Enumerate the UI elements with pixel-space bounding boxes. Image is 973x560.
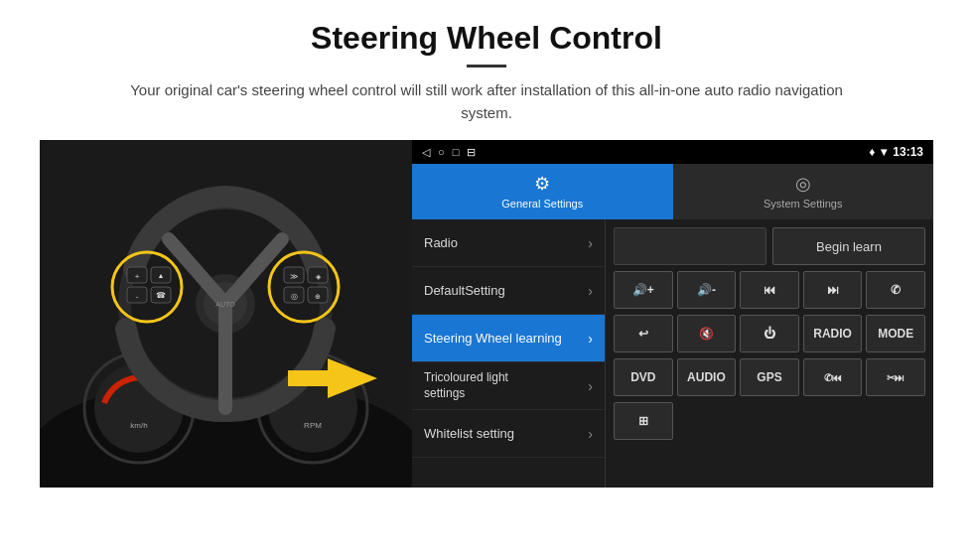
chevron-icon: › [588,283,593,299]
control-row-2: 🔊+ 🔊- ⏮ ⏭ ✆ [614,271,925,309]
menu-item-whitelist[interactable]: Whitelist setting › [412,410,605,458]
power-icon: ⏻ [764,327,775,341]
gps-button[interactable]: GPS [740,358,799,396]
control-row-4: DVD AUDIO GPS ✆⏮ ✂⏭ [614,358,925,396]
tab-system[interactable]: ◎ System Settings [673,164,934,219]
svg-rect-35 [288,370,330,386]
radio-label: RADIO [813,327,852,341]
mute-icon: 🔇 [699,327,714,341]
system-settings-icon: ◎ [795,173,811,195]
chevron-icon: › [588,235,593,251]
menu-item-steering[interactable]: Steering Wheel learning › [412,315,605,362]
mode-button[interactable]: MODE [866,315,925,352]
mode-label: MODE [878,327,913,341]
dvd-button[interactable]: DVD [614,358,673,396]
svg-text:≫: ≫ [290,272,298,281]
page-container: Steering Wheel Control Your original car… [0,0,973,497]
menu-item-tricoloured[interactable]: Tricoloured light settings › [412,362,605,410]
menu-item-radio[interactable]: Radio › [412,219,605,267]
status-bar-right: ♦ ▾ 13:13 [869,145,923,159]
vol-up-button[interactable]: 🔊+ [614,271,673,309]
next-track-icon: ⏭ [827,283,839,297]
phone-button[interactable]: ✆ [866,271,925,309]
clock: 13:13 [893,145,923,159]
power-button[interactable]: ⏻ [740,315,799,352]
list-icon: ⊞ [638,414,648,428]
phone-prev-button[interactable]: ✆⏮ [803,358,863,396]
skip-next-button[interactable]: ✂⏭ [866,358,925,396]
menu-item-default[interactable]: DefaultSetting › [412,267,605,315]
prev-track-button[interactable]: ⏮ [740,271,799,309]
left-menu: Radio › DefaultSetting › Steering Wheel … [412,219,606,488]
svg-text:km/h: km/h [130,421,147,430]
vol-down-button[interactable]: 🔊- [677,271,737,309]
steering-wheel-image: km/h RPM [40,140,412,488]
signal-icon: ▾ [881,145,887,159]
menu-icon: ⊟ [467,146,476,159]
control-row-3: ↩ 🔇 ⏻ RADIO MODE [614,315,925,352]
vol-up-icon: 🔊+ [632,283,654,297]
menu-tricoloured-label2: settings [424,386,508,402]
tab-general-label: General Settings [501,198,583,210]
prev-track-icon: ⏮ [764,283,775,297]
dvd-label: DVD [630,370,655,384]
menu-steering-label: Steering Wheel learning [424,331,562,346]
title-section: Steering Wheel Control Your original car… [40,20,933,124]
empty-input-box[interactable] [614,227,766,265]
svg-text:▲: ▲ [158,272,165,279]
android-screen: ◁ ○ □ ⊟ ♦ ▾ 13:13 ⚙ General Settings [412,140,933,488]
general-settings-icon: ⚙ [534,173,550,195]
phone-icon: ✆ [891,283,901,297]
main-content: Radio › DefaultSetting › Steering Wheel … [412,219,933,488]
status-bar: ◁ ○ □ ⊟ ♦ ▾ 13:13 [412,140,933,164]
right-panel: Begin learn 🔊+ 🔊- ⏮ [606,219,933,488]
status-bar-left: ◁ ○ □ ⊟ [422,146,476,159]
menu-radio-label: Radio [424,235,458,250]
tab-general[interactable]: ⚙ General Settings [412,164,673,219]
next-track-button[interactable]: ⏭ [803,271,863,309]
chevron-icon: › [588,378,593,394]
menu-default-label: DefaultSetting [424,283,505,298]
begin-learn-button[interactable]: Begin learn [772,227,925,265]
svg-text:-: - [136,292,139,301]
svg-text:RPM: RPM [304,421,322,430]
tab-system-label: System Settings [764,198,842,210]
skip-next-icon: ✂⏭ [887,372,904,383]
back-call-button[interactable]: ↩ [614,315,673,352]
svg-text:+: + [135,272,140,281]
svg-text:⊕: ⊕ [315,293,321,300]
radio-button[interactable]: RADIO [803,315,863,352]
svg-text:AUTO: AUTO [215,301,235,308]
title-divider [467,65,506,68]
menu-tricoloured-label: Tricoloured light [424,370,508,386]
svg-text:☎: ☎ [156,291,166,300]
home-icon: ○ [438,146,445,158]
svg-text:◎: ◎ [291,292,298,301]
chevron-icon: › [588,331,593,347]
mute-button[interactable]: 🔇 [677,315,737,352]
page-title: Steering Wheel Control [40,20,933,57]
audio-label: AUDIO [687,370,726,384]
audio-button[interactable]: AUDIO [677,358,737,396]
content-row: km/h RPM [40,140,933,488]
panel-row-1: Begin learn [614,227,925,265]
phone-prev-icon: ✆⏮ [824,372,842,383]
location-icon: ♦ [869,145,875,159]
vol-down-icon: 🔊- [697,283,716,297]
chevron-icon: › [588,426,593,442]
list-button[interactable]: ⊞ [614,402,673,440]
gps-label: GPS [757,370,781,384]
recents-icon: □ [453,146,460,158]
control-row-5: ⊞ [614,402,925,440]
back-icon: ◁ [422,146,430,159]
menu-whitelist-label: Whitelist setting [424,426,514,441]
subtitle: Your original car's steering wheel contr… [129,79,844,124]
tab-bar: ⚙ General Settings ◎ System Settings [412,164,933,219]
back-call-icon: ↩ [638,327,648,341]
